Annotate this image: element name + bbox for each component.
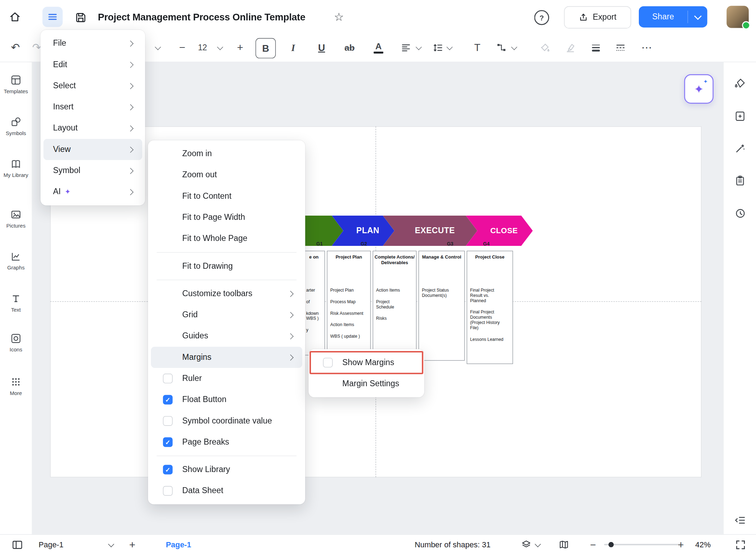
deliverables-column-close[interactable]: Project Close Final Project Result vs. P… bbox=[467, 251, 513, 364]
more-tools-button[interactable]: ⋯ bbox=[637, 38, 656, 57]
menu-item-ai[interactable]: AI✦ bbox=[43, 181, 142, 202]
format-style-button[interactable] bbox=[732, 76, 748, 91]
decrease-font-size-button[interactable]: − bbox=[173, 38, 191, 57]
view-submenu-panel: Zoom in Zoom out Fit to Content Fit to P… bbox=[148, 140, 305, 504]
fill-color-button[interactable] bbox=[535, 38, 554, 57]
export-button[interactable]: Export bbox=[564, 6, 631, 28]
menu-item-zoom-out[interactable]: Zoom out bbox=[151, 164, 302, 185]
menu-item-view[interactable]: View bbox=[43, 139, 142, 160]
share-button[interactable]: Share bbox=[639, 6, 707, 27]
main-menu-button[interactable] bbox=[43, 7, 63, 27]
collapse-panel-button[interactable] bbox=[732, 512, 748, 528]
sidebar-item-my-library[interactable]: My Library bbox=[0, 158, 32, 179]
bold-button[interactable]: B bbox=[255, 38, 276, 58]
strikethrough-button[interactable]: ab bbox=[340, 38, 359, 57]
increase-font-size-button[interactable]: + bbox=[231, 38, 249, 57]
deliverables-column-manage[interactable]: Manage & Control Project Status Document… bbox=[419, 251, 465, 361]
italic-button[interactable]: I bbox=[284, 38, 303, 57]
menu-item-file[interactable]: File bbox=[43, 33, 142, 54]
menu-item-grid[interactable]: Grid bbox=[151, 304, 302, 325]
font-family-dropdown[interactable] bbox=[151, 38, 165, 57]
menu-item-label: View bbox=[53, 145, 71, 154]
menu-item-symbol-coordinate-value[interactable]: Symbol coordinate value bbox=[151, 410, 302, 432]
column-header: Project Plan bbox=[328, 251, 370, 286]
menu-item-fit-to-drawing[interactable]: Fit to Drawing bbox=[151, 256, 302, 277]
history-button[interactable] bbox=[732, 205, 748, 221]
deliverables-column-partial[interactable]: e on arter of kdown WBS ) y bbox=[303, 251, 325, 355]
smart-style-button[interactable] bbox=[732, 141, 748, 156]
menu-item-insert[interactable]: Insert bbox=[43, 96, 142, 117]
sidebar-item-text[interactable]: Text bbox=[0, 293, 32, 313]
sidebar-item-pictures[interactable]: Pictures bbox=[0, 209, 32, 230]
menu-item-fit-to-content[interactable]: Fit to Content bbox=[151, 186, 302, 207]
user-avatar[interactable] bbox=[726, 6, 749, 28]
layers-button[interactable] bbox=[521, 535, 540, 554]
font-color-button[interactable]: A bbox=[369, 38, 388, 57]
zoom-out-button[interactable]: − bbox=[590, 535, 596, 554]
checkbox-checked[interactable] bbox=[163, 395, 172, 405]
font-size-dropdown[interactable] bbox=[213, 38, 227, 57]
underline-button[interactable]: U bbox=[312, 38, 331, 57]
connector-dropdown[interactable] bbox=[508, 38, 520, 57]
chevron-right-icon bbox=[127, 168, 133, 174]
zoom-slider[interactable] bbox=[604, 544, 679, 545]
sidebar-item-graphs[interactable]: Graphs bbox=[0, 251, 32, 272]
menu-item-zoom-in[interactable]: Zoom in bbox=[151, 143, 302, 164]
menu-item-float-button[interactable]: Float Button bbox=[151, 389, 302, 410]
zoom-slider-handle[interactable] bbox=[609, 542, 614, 547]
menu-item-select[interactable]: Select bbox=[43, 75, 142, 96]
menu-item-show-library[interactable]: Show Library bbox=[151, 459, 302, 480]
page-tab-active[interactable]: Page-1 bbox=[166, 535, 191, 554]
checkbox-checked[interactable] bbox=[163, 465, 172, 474]
menu-item-margin-settings[interactable]: Margin Settings bbox=[311, 373, 421, 394]
symbols-icon bbox=[10, 116, 22, 128]
favorite-star-button[interactable]: ☆ bbox=[331, 7, 347, 27]
process-chevron-execute[interactable]: EXECUTE bbox=[383, 216, 477, 246]
sidebar-item-symbols[interactable]: Symbols bbox=[0, 116, 32, 137]
line-weight-button[interactable] bbox=[586, 38, 606, 57]
file-info-button[interactable] bbox=[732, 173, 748, 189]
menu-item-show-margins[interactable]: Show Margins bbox=[311, 352, 421, 373]
fullscreen-button[interactable] bbox=[735, 535, 747, 554]
navigator-button[interactable] bbox=[558, 535, 570, 554]
home-button[interactable] bbox=[6, 8, 24, 26]
undo-button[interactable]: ↶ bbox=[6, 38, 25, 57]
deliverables-column-execute[interactable]: Complete Actions/ Deliverables Action It… bbox=[373, 251, 417, 365]
checkbox-checked[interactable] bbox=[163, 437, 172, 447]
checkbox-unchecked[interactable] bbox=[163, 374, 172, 383]
menu-item-data-sheet[interactable]: Data Sheet bbox=[151, 480, 302, 501]
save-button[interactable] bbox=[72, 9, 89, 26]
help-button[interactable]: ? bbox=[534, 10, 549, 25]
sidebar-item-more[interactable]: More bbox=[0, 376, 32, 397]
menu-item-fit-to-page-width[interactable]: Fit to Page Width bbox=[151, 207, 302, 228]
ai-assistant-float-button[interactable]: ✦ ✦ bbox=[684, 74, 714, 104]
line-style-button[interactable] bbox=[611, 38, 630, 57]
checkbox-unchecked[interactable] bbox=[323, 358, 332, 367]
sidebar-item-icons[interactable]: Icons bbox=[0, 333, 32, 354]
text-align-dropdown[interactable] bbox=[413, 38, 424, 57]
menu-item-customize-toolbars[interactable]: Customize toolbars bbox=[151, 283, 302, 304]
menu-item-margins[interactable]: Margins bbox=[151, 347, 302, 368]
menu-item-layout[interactable]: Layout bbox=[43, 117, 142, 139]
checkbox-unchecked[interactable] bbox=[163, 486, 172, 496]
sidebar-item-templates[interactable]: Templates bbox=[0, 74, 32, 95]
menu-item-guides[interactable]: Guides bbox=[151, 325, 302, 346]
pages-panel-button[interactable] bbox=[12, 535, 23, 554]
menu-item-edit[interactable]: Edit bbox=[43, 54, 142, 75]
text-tool-button[interactable]: T bbox=[468, 38, 487, 57]
menu-item-page-breaks[interactable]: Page Breaks bbox=[151, 432, 302, 453]
zoom-in-button[interactable]: + bbox=[678, 535, 684, 554]
add-page-button[interactable]: + bbox=[129, 535, 135, 554]
deliverables-column-plan[interactable]: Project Plan Project Plan Process Map Ri… bbox=[327, 251, 371, 355]
menu-item-symbol[interactable]: Symbol bbox=[43, 160, 142, 181]
menu-item-fit-to-whole-page[interactable]: Fit to Whole Page bbox=[151, 228, 302, 249]
share-dropdown-button[interactable] bbox=[688, 15, 707, 19]
highlighter-button[interactable] bbox=[561, 38, 580, 57]
zoom-level[interactable]: 42% bbox=[695, 535, 711, 554]
page-selector-dropdown[interactable]: Page-1 bbox=[39, 535, 113, 554]
page-settings-button[interactable] bbox=[732, 108, 748, 124]
font-size-value[interactable]: 12 bbox=[192, 38, 213, 57]
line-spacing-dropdown[interactable] bbox=[444, 38, 455, 57]
checkbox-unchecked[interactable] bbox=[163, 416, 172, 426]
menu-item-ruler[interactable]: Ruler bbox=[151, 368, 302, 389]
